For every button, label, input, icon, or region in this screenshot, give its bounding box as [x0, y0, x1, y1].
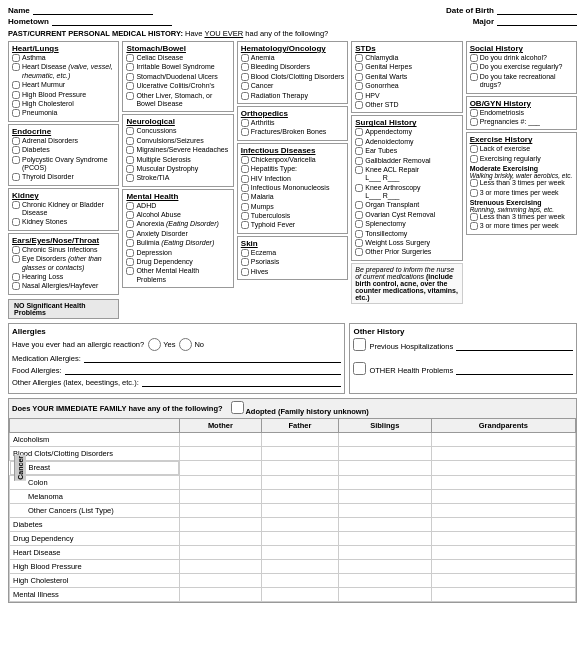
- muscular-check[interactable]: [126, 165, 134, 173]
- hpv-check[interactable]: [355, 92, 363, 100]
- appendectomy-check[interactable]: [355, 128, 363, 136]
- radiation-check[interactable]: [241, 92, 249, 100]
- adenoidectomy-check[interactable]: [355, 138, 363, 146]
- ulcers-check[interactable]: [126, 73, 134, 81]
- drugs-check[interactable]: [470, 73, 478, 81]
- migraine-check[interactable]: [126, 146, 134, 154]
- pneumonia-check[interactable]: [12, 109, 20, 117]
- other-health-check[interactable]: [353, 362, 366, 375]
- kidney-disease-check[interactable]: [12, 201, 20, 209]
- hematology-box: Hematology/Oncology Anemia Bleeding Diso…: [237, 41, 348, 104]
- str-3plus-check[interactable]: [470, 222, 478, 230]
- mono-check[interactable]: [241, 184, 249, 192]
- tonsillectomy-check[interactable]: [355, 230, 363, 238]
- arthritis-check[interactable]: [241, 119, 249, 127]
- adopted-check[interactable]: [231, 401, 244, 414]
- diabetes-check[interactable]: [12, 146, 20, 154]
- other-surgery-check[interactable]: [355, 248, 363, 256]
- colitis-check[interactable]: [126, 82, 134, 90]
- adrenal-check[interactable]: [12, 137, 20, 145]
- exercise-reg-check[interactable]: [470, 63, 478, 71]
- knee-arthro-check[interactable]: [355, 184, 363, 192]
- eczema-check[interactable]: [241, 249, 249, 257]
- ovarian-check[interactable]: [355, 211, 363, 219]
- list-item: Cancer: [241, 82, 344, 90]
- ibs-check[interactable]: [126, 63, 134, 71]
- sinus-check[interactable]: [12, 246, 20, 254]
- list-item: Mumps: [241, 203, 344, 211]
- ms-check[interactable]: [126, 156, 134, 164]
- cancer-check[interactable]: [241, 82, 249, 90]
- ear-tubes-check[interactable]: [355, 147, 363, 155]
- hiv-check[interactable]: [241, 175, 249, 183]
- list-item: Arthritis: [241, 119, 344, 127]
- list-item: Ulcerative Colitis/Crohn's: [126, 82, 229, 90]
- gallbladder-check[interactable]: [355, 157, 363, 165]
- lack-exercise-check[interactable]: [470, 145, 478, 153]
- mod-3plus-check[interactable]: [470, 189, 478, 197]
- hepatitis-check[interactable]: [241, 165, 249, 173]
- anxiety-check[interactable]: [126, 230, 134, 238]
- kidney-stones-check[interactable]: [12, 218, 20, 226]
- str-less3-check[interactable]: [470, 213, 478, 221]
- thyroid-check[interactable]: [12, 173, 20, 181]
- prev-hosp-check[interactable]: [353, 338, 366, 351]
- bulimia-check[interactable]: [126, 239, 134, 247]
- other-std-check[interactable]: [355, 101, 363, 109]
- mumps-check[interactable]: [241, 203, 249, 211]
- allergy-yes-radio[interactable]: [148, 338, 161, 351]
- celiac-check[interactable]: [126, 54, 134, 62]
- hearing-check[interactable]: [12, 273, 20, 281]
- stroke-check[interactable]: [126, 174, 134, 182]
- acl-check[interactable]: [355, 166, 363, 174]
- other-bowel-check[interactable]: [126, 92, 134, 100]
- anorexia-check[interactable]: [126, 220, 134, 228]
- gonorrhea-check[interactable]: [355, 82, 363, 90]
- no-sig-button[interactable]: NO Significant Health Problems: [8, 299, 119, 319]
- chlamydia-check[interactable]: [355, 54, 363, 62]
- high-bp-check[interactable]: [12, 91, 20, 99]
- chickenpox-check[interactable]: [241, 156, 249, 164]
- organ-transplant-check[interactable]: [355, 201, 363, 209]
- endometriosis-check[interactable]: [470, 109, 478, 117]
- adhd-check[interactable]: [126, 202, 134, 210]
- blood-clots-check[interactable]: [241, 73, 249, 81]
- other-mental-check[interactable]: [126, 267, 134, 275]
- anemia-check[interactable]: [241, 54, 249, 62]
- list-item: Do you take recreational drugs?: [470, 73, 573, 90]
- drug-dep-check[interactable]: [126, 258, 134, 266]
- list-item: Pregnancies #: ___: [470, 118, 573, 126]
- eye-check[interactable]: [12, 255, 20, 263]
- warts-check[interactable]: [355, 73, 363, 81]
- concussion-check[interactable]: [126, 127, 134, 135]
- splenectomy-check[interactable]: [355, 220, 363, 228]
- tb-check[interactable]: [241, 212, 249, 220]
- family-col-mother: Mother: [179, 418, 261, 432]
- malaria-check[interactable]: [241, 193, 249, 201]
- alcohol-check[interactable]: [470, 54, 478, 62]
- pregnancies-check[interactable]: [470, 118, 478, 126]
- weight-loss-surg-check[interactable]: [355, 239, 363, 247]
- heart-murmur-check[interactable]: [12, 81, 20, 89]
- hives-check[interactable]: [241, 268, 249, 276]
- heart-disease-check[interactable]: [12, 63, 20, 71]
- high-chol-check[interactable]: [12, 100, 20, 108]
- typhoid-check[interactable]: [241, 221, 249, 229]
- exercising-reg-check[interactable]: [470, 155, 478, 163]
- bleeding-check[interactable]: [241, 63, 249, 71]
- psoriasis-check[interactable]: [241, 258, 249, 266]
- list-item: Chronic Sinus Infections: [12, 246, 115, 254]
- asthma-check[interactable]: [12, 54, 20, 62]
- list-item: Depression: [126, 249, 229, 257]
- depression-check[interactable]: [126, 249, 134, 257]
- social-history-title: Social History: [470, 44, 573, 53]
- mod-less3-check[interactable]: [470, 179, 478, 187]
- fractures-check[interactable]: [241, 128, 249, 136]
- allergy-no-radio[interactable]: [179, 338, 192, 351]
- alcohol-abuse-check[interactable]: [126, 211, 134, 219]
- nasal-check[interactable]: [12, 282, 20, 290]
- stomach-box: Stomach/Bowel Celiac Disease Irritable B…: [122, 41, 233, 112]
- seizure-check[interactable]: [126, 137, 134, 145]
- herpes-check[interactable]: [355, 63, 363, 71]
- pcos-check[interactable]: [12, 156, 20, 164]
